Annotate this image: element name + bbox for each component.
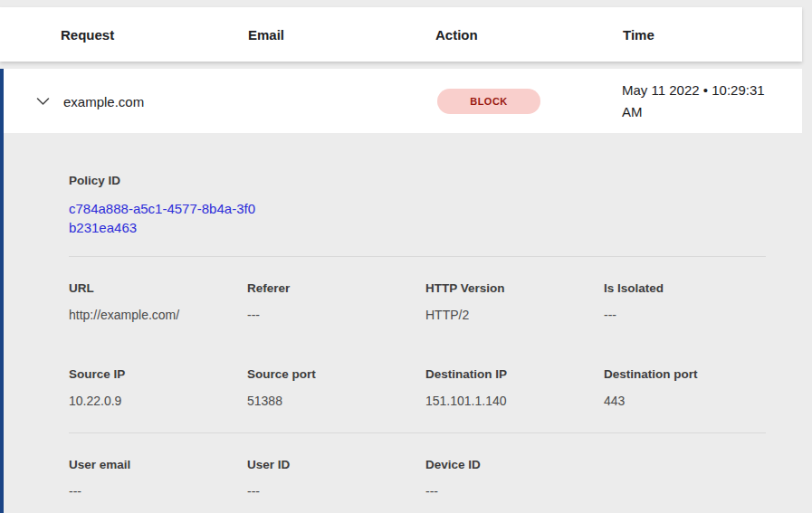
detail-field-is-isolated: Is Isolated --- [604,281,782,323]
field-value: 443 [604,394,782,409]
detail-field-http-version: HTTP Version HTTP/2 [425,281,604,323]
field-label: User ID [247,458,425,472]
field-value: --- [604,308,782,323]
detail-field-user-id: User ID --- [247,458,425,499]
policy-id-link[interactable]: c784a888-a5c1-4577-8b4a-3f0b231ea463 [69,199,259,237]
policy-id-block: Policy ID c784a888-a5c1-4577-8b4a-3f0b23… [69,133,766,237]
detail-grid-row-2: Source IP 10.22.0.9 Source port 51388 De… [69,367,766,409]
field-value: 10.22.0.9 [69,394,247,409]
field-label: User email [69,458,247,472]
detail-field-user-email: User email --- [69,458,247,499]
detail-field-device-id: Device ID --- [425,458,604,499]
request-domain: example.com [63,93,144,109]
field-label: Source port [247,367,425,382]
table-row[interactable]: example.com BLOCK May 11 2022 • 10:29:31… [4,69,802,133]
detail-field-source-ip: Source IP 10.22.0.9 [69,367,247,409]
field-value: --- [425,484,604,499]
field-value: --- [69,484,247,499]
field-label: Destination IP [425,367,604,382]
expanded-log-entry: example.com BLOCK May 11 2022 • 10:29:31… [0,69,802,513]
field-value: 151.101.1.140 [425,394,604,409]
detail-field-url: URL http://example.com/ [69,281,247,323]
field-value: --- [247,308,425,323]
field-value: http://example.com/ [69,308,247,323]
field-label: URL [69,281,247,296]
column-header-email: Email [248,27,435,43]
detail-field-destination-port: Destination port 443 [604,367,782,409]
request-time: May 11 2022 • 10:29:31 AM [622,80,778,123]
collapse-row-button[interactable] [31,90,54,113]
field-value: 51388 [247,394,425,409]
column-header-action: Action [435,27,623,43]
detail-field-destination-ip: Destination IP 151.101.1.140 [425,367,604,409]
divider [69,432,766,433]
chevron-down-icon [36,97,50,106]
column-header-request: Request [61,27,248,43]
action-badge-block: BLOCK [437,89,540,114]
field-label: Destination port [604,367,782,382]
row-detail-section: Policy ID c784a888-a5c1-4577-8b4a-3f0b23… [4,133,802,499]
detail-field-source-port: Source port 51388 [247,367,425,409]
column-header-time: Time [623,27,802,43]
table-header: Request Email Action Time [0,7,802,62]
field-label: Is Isolated [604,281,782,296]
detail-grid-row-3: User email --- User ID --- Device ID --- [69,458,766,499]
policy-id-label: Policy ID [69,174,766,188]
field-value: HTTP/2 [425,308,604,323]
detail-grid-row-1: URL http://example.com/ Referer --- HTTP… [69,281,766,323]
field-label: Referer [247,281,425,296]
field-label: Device ID [425,458,604,472]
divider [69,256,766,257]
field-label: Source IP [69,367,247,382]
field-value: --- [247,484,425,499]
detail-field-referer: Referer --- [247,281,425,323]
field-label: HTTP Version [425,281,604,296]
